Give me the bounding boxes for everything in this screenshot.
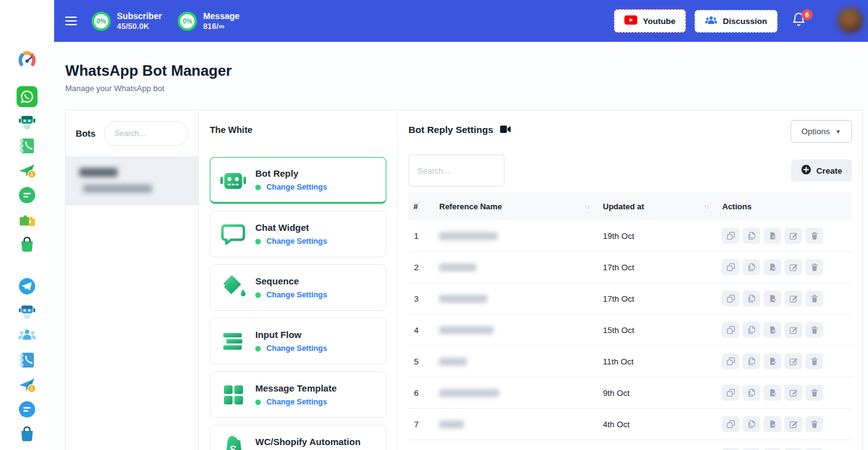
- copy-button[interactable]: [743, 385, 760, 401]
- copy-button[interactable]: [743, 259, 760, 275]
- col-updated-at[interactable]: Updated at ↑↓: [595, 202, 715, 211]
- options-button[interactable]: Options ▼: [790, 120, 852, 143]
- whatsapp-bot-icon[interactable]: [17, 111, 38, 132]
- telegram-icon[interactable]: [17, 276, 38, 297]
- export-button[interactable]: [763, 228, 781, 244]
- edit-button[interactable]: [784, 385, 802, 401]
- page-title: WhatsApp Bot Manager: [65, 62, 232, 79]
- reference-name-redacted: [439, 232, 498, 240]
- telegram-groups-icon[interactable]: [17, 325, 38, 346]
- copy-button[interactable]: [743, 322, 760, 338]
- discussion-people-icon: [705, 16, 717, 26]
- delete-button[interactable]: [805, 448, 823, 450]
- copy-button[interactable]: [743, 353, 760, 369]
- telegram-store-icon[interactable]: [17, 424, 38, 444]
- delete-button[interactable]: [805, 228, 823, 244]
- delete-button[interactable]: [805, 416, 823, 432]
- reply-search-input[interactable]: [408, 155, 504, 187]
- export-button[interactable]: [763, 291, 781, 307]
- export-button[interactable]: [763, 353, 781, 369]
- setting-card-input-flow[interactable]: Input Flow Change Settings: [210, 318, 386, 364]
- edit-button[interactable]: [784, 259, 802, 275]
- delete-button[interactable]: [805, 322, 823, 338]
- sort-icon[interactable]: ↑↓: [704, 203, 715, 210]
- change-settings-link[interactable]: Change Settings: [266, 344, 327, 353]
- edit-button[interactable]: [784, 353, 802, 369]
- row-number: 6: [408, 388, 434, 398]
- telegram-bot-icon[interactable]: [17, 300, 38, 321]
- delete-button[interactable]: [805, 291, 823, 307]
- edit-button[interactable]: [784, 291, 802, 307]
- updated-at: 17th Oct: [595, 294, 715, 303]
- telegram-contacts-icon[interactable]: [17, 350, 38, 371]
- change-settings-link[interactable]: Change Settings: [266, 291, 327, 299]
- duplicate-button[interactable]: [722, 416, 739, 432]
- duplicate-button[interactable]: [722, 322, 739, 338]
- export-button[interactable]: [763, 259, 781, 275]
- bots-search-input[interactable]: [104, 121, 188, 146]
- export-button[interactable]: [763, 385, 781, 401]
- setting-card-sequence[interactable]: Sequence Change Settings: [210, 264, 386, 311]
- youtube-button[interactable]: Youtube: [614, 9, 686, 33]
- message-progress-ring: 0%: [178, 12, 197, 31]
- copy-button[interactable]: [743, 448, 760, 450]
- setting-card-message-template[interactable]: Message Template Change Settings: [210, 371, 386, 418]
- notifications-bell-icon[interactable]: 6: [791, 12, 806, 30]
- row-number: 5: [408, 357, 434, 366]
- integrations-puzzle-icon[interactable]: [17, 209, 38, 230]
- duplicate-button[interactable]: [722, 385, 739, 401]
- whatsapp-store-icon[interactable]: [17, 234, 38, 255]
- status-dot: [255, 239, 261, 244]
- edit-button[interactable]: [784, 416, 802, 432]
- telegram-broadcast-icon[interactable]: 1: [17, 374, 38, 395]
- discussion-button[interactable]: Discussion: [695, 10, 778, 33]
- whatsapp-contacts-icon[interactable]: [17, 135, 38, 156]
- edit-button[interactable]: [784, 228, 802, 244]
- copy-button[interactable]: [743, 416, 760, 432]
- dashboard-gauge-icon[interactable]: [17, 48, 38, 69]
- video-camera-icon[interactable]: [500, 124, 511, 135]
- telegram-chat-icon[interactable]: [17, 399, 38, 420]
- change-settings-link[interactable]: Change Settings: [266, 183, 327, 191]
- whatsapp-icon[interactable]: [17, 86, 38, 107]
- change-settings-link[interactable]: Change Settings: [266, 237, 327, 246]
- duplicate-button[interactable]: [722, 353, 739, 369]
- bot-list-item-selected[interactable]: [66, 157, 198, 205]
- copy-button[interactable]: [743, 291, 760, 307]
- panel-title: Bot Reply Settings: [408, 124, 493, 135]
- col-number: #: [408, 202, 434, 211]
- subscriber-progress-ring: 0%: [92, 12, 111, 31]
- avatar[interactable]: [837, 7, 863, 33]
- bots-panel: Bots: [66, 110, 199, 450]
- whatsapp-chat-icon[interactable]: [17, 185, 38, 206]
- duplicate-button[interactable]: [722, 291, 739, 307]
- export-button[interactable]: [763, 448, 781, 450]
- bots-panel-title: Bots: [76, 129, 95, 139]
- duplicate-button[interactable]: [722, 259, 739, 275]
- main-content: WhatsApp Bot Manager Manage your WhatsAp…: [54, 42, 868, 450]
- create-button[interactable]: Create: [791, 159, 852, 182]
- edit-button[interactable]: [784, 448, 802, 450]
- subscriber-value: 45/50.0K: [117, 22, 162, 31]
- col-reference-name[interactable]: Reference Name ↑↓: [434, 202, 595, 211]
- duplicate-button[interactable]: [722, 448, 739, 450]
- duplicate-button[interactable]: [722, 228, 739, 244]
- delete-button[interactable]: [805, 259, 823, 275]
- change-settings-link[interactable]: Change Settings: [266, 398, 327, 406]
- menu-toggle-icon[interactable]: [65, 14, 77, 28]
- whatsapp-broadcast-icon[interactable]: 1: [17, 160, 38, 181]
- export-button[interactable]: [763, 416, 781, 432]
- copy-button[interactable]: [743, 228, 760, 244]
- delete-button[interactable]: [805, 385, 823, 401]
- setting-card-bot-reply[interactable]: Bot Reply Change Settings: [210, 157, 386, 204]
- message-value: 816/∞: [203, 22, 239, 31]
- notification-count-badge: 6: [802, 9, 813, 20]
- setting-card-chat-widget[interactable]: Chat Widget Change Settings: [210, 211, 386, 257]
- setting-card-shopify-automation[interactable]: S WC/Shopify Automation Change Settings: [210, 425, 386, 450]
- delete-button[interactable]: [805, 353, 823, 369]
- reference-name-redacted: [439, 389, 499, 397]
- message-label: Message: [203, 11, 239, 22]
- edit-button[interactable]: [784, 322, 802, 338]
- export-button[interactable]: [763, 322, 781, 338]
- sort-icon[interactable]: ↑↓: [584, 203, 595, 210]
